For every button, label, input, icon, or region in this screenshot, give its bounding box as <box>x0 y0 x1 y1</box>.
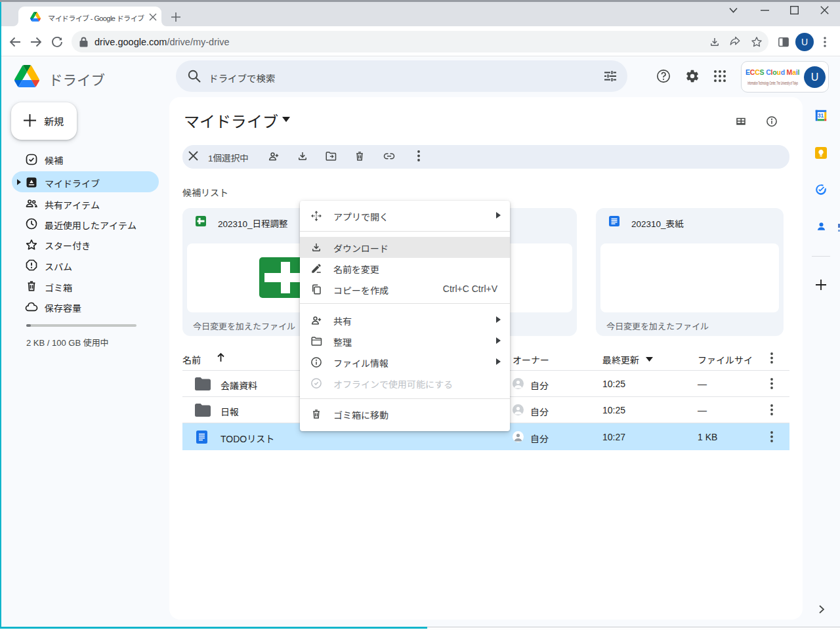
svg-text:31: 31 <box>818 113 824 119</box>
